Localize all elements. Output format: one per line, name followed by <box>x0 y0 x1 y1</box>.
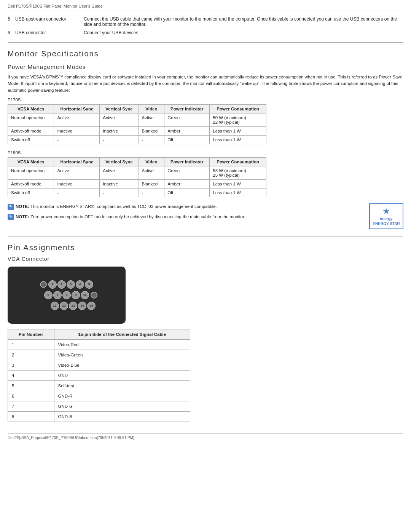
monitor-specs-section: Monitor Specifications Power Management … <box>8 50 403 229</box>
th-vesa-modes-2: VESA Modes <box>8 157 54 166</box>
note-text-1: NOTE: This monitor is ENERGY STAR® -comp… <box>16 203 217 210</box>
pin-table: Pin Number 15-pin Side of the Connected … <box>8 329 190 422</box>
pin-table-row-2: 2 Video-Green <box>8 350 190 360</box>
vga-pin-1: 1 <box>48 280 57 289</box>
p190s-normal-indicator: Green <box>164 166 210 179</box>
vga-pin-3: 3 <box>67 280 75 289</box>
pin-signal-7: GND-G <box>54 401 190 411</box>
vga-pin-12: 12 <box>60 302 68 310</box>
th-power-indicator-2: Power Indicator <box>164 157 210 166</box>
note-text-2: NOTE: Zero power consumption in OFF mode… <box>16 214 245 220</box>
monitor-specs-title: Monitor Specifications <box>8 50 403 58</box>
page-footer-text: file:///S|/SSA_Proposal/P170S_P190S/UG/a… <box>8 436 134 440</box>
pin-table-row-7: 7 GND-G <box>8 401 190 411</box>
pin-table-row-1: 1 Video-Red <box>8 339 190 350</box>
pin-table-th-signal: 15-pin Side of the Connected Signal Cabl… <box>54 329 190 339</box>
notes-area: ✎ NOTE: This monitor is ENERGY STAR® -co… <box>8 203 403 229</box>
vga-connector-title: VGA Connector <box>8 256 403 262</box>
vga-pin-11: 11 <box>51 302 59 310</box>
p170s-switchoff-vsync: - <box>100 135 139 144</box>
p190s-activeoff-vsync: Inactive <box>100 179 139 188</box>
p190s-normal-consumption: 53 W (maximum)25 W (typical) <box>210 166 266 179</box>
p170s-activeoff-consumption: Less than 1 W <box>210 126 266 135</box>
vga-side-dot-right <box>91 292 97 299</box>
p190s-activeoff-hsync: Inactive <box>54 179 100 188</box>
pin-num-8: 8 <box>8 411 54 422</box>
usb-desc-5: Connect the USB cable that came with you… <box>84 16 403 27</box>
p190s-activeoff-consumption: Less than 1 W <box>210 179 266 188</box>
energy-star-badge: ★ energyENERGY STAR <box>369 203 403 229</box>
pin-assignments-section: Pin Assignments VGA Connector 1 2 3 4 5 … <box>8 243 403 422</box>
note-icon-2: ✎ <box>8 214 14 220</box>
p190s-normal-hsync: Active <box>54 166 100 179</box>
pin-table-row-4: 4 GND <box>8 370 190 380</box>
pin-num-6: 6 <box>8 391 54 401</box>
power-intro-text: If you have VESA's DPMS™ compliance disp… <box>8 74 403 94</box>
usb-row-6: 6 USB connector Connect your USB devices… <box>8 30 403 35</box>
pin-num-2: 2 <box>8 350 54 360</box>
usb-num-5: 5 <box>8 16 15 22</box>
vga-pin-5: 5 <box>85 280 93 289</box>
note-block-1: ✎ NOTE: This monitor is ENERGY STAR® -co… <box>8 203 362 210</box>
vga-pin-9: 9 <box>72 291 80 299</box>
pin-signal-8: GND-B <box>54 411 190 422</box>
p190s-activeoff-video: Blanked <box>139 179 164 188</box>
p190s-switchoff-hsync: - <box>54 188 100 197</box>
th-power-indicator-1: Power Indicator <box>164 104 210 113</box>
vga-row-1: 1 2 3 4 5 <box>40 279 93 290</box>
p170s-switchoff-video: - <box>139 135 164 144</box>
p190s-switchoff-indicator: Off <box>164 188 210 197</box>
pin-signal-2: Video-Green <box>54 350 190 360</box>
p170s-header-row: VESA Modes Horizontal Sync Vertical Sync… <box>8 104 266 113</box>
th-v-sync-1: Vertical Sync <box>100 104 139 113</box>
p170s-label: P170S <box>8 97 403 102</box>
p190s-row-switchoff: Switch off - - - Off Less than 1 W <box>8 188 266 197</box>
note-block-2: ✎ NOTE: Zero power consumption in OFF mo… <box>8 214 362 220</box>
page-header-title: Dell P170S/P190S Flat Panel Monitor User… <box>8 4 103 8</box>
section-divider-2 <box>8 236 403 236</box>
p170s-normal-vsync: Active <box>100 113 139 126</box>
p170s-activeoff-indicator: Amber <box>164 126 210 135</box>
th-h-sync-2: Horizontal Sync <box>54 157 100 166</box>
p190s-normal-vsync: Active <box>100 166 139 179</box>
pin-num-3: 3 <box>8 360 54 370</box>
page-header: Dell P170S/P190S Flat Panel Monitor User… <box>8 4 403 11</box>
vga-row-3: 11 12 13 14 15 <box>38 300 96 311</box>
notes-left: ✎ NOTE: This monitor is ENERGY STAR® -co… <box>8 203 362 224</box>
p170s-normal-hsync: Active <box>54 113 100 126</box>
p190s-activeoff-mode: Active-off mode <box>8 179 54 188</box>
power-management-title: Power Management Modes <box>8 64 403 70</box>
p190s-switchoff-vsync: - <box>100 188 139 197</box>
pin-signal-5: Self-test <box>54 380 190 391</box>
note-section-1: ✎ NOTE: This monitor is ENERGY STAR® -co… <box>8 203 403 229</box>
p170s-table: VESA Modes Horizontal Sync Vertical Sync… <box>8 104 266 144</box>
p190s-row-activeoff: Active-off mode Inactive Inactive Blanke… <box>8 179 266 188</box>
pin-assignments-title: Pin Assignments <box>8 243 403 252</box>
p170s-normal-indicator: Green <box>164 113 210 126</box>
vga-diagram: 1 2 3 4 5 6 7 8 9 10 11 12 13 1 <box>8 267 126 324</box>
usb-section: 5 USB upstream connector Connect the USB… <box>8 16 403 35</box>
pin-signal-6: GND-R <box>54 391 190 401</box>
pin-table-row-5: 5 Self-test <box>8 380 190 391</box>
pin-num-4: 4 <box>8 370 54 380</box>
p170s-row-normal: Normal operation Active Active Active Gr… <box>8 113 266 126</box>
usb-label-5: USB upstream connector <box>15 16 84 22</box>
p170s-row-switchoff: Switch off - - - Off Less than 1 W <box>8 135 266 144</box>
usb-desc-6: Connect your USB devices. <box>84 30 403 35</box>
p190s-header-row: VESA Modes Horizontal Sync Vertical Sync… <box>8 157 266 166</box>
p190s-normal-video: Active <box>139 166 164 179</box>
vga-pin-15: 15 <box>87 302 96 310</box>
vga-pins-row-2: 6 7 8 9 10 <box>44 291 89 299</box>
p190s-table: VESA Modes Horizontal Sync Vertical Sync… <box>8 157 266 197</box>
p190s-switchoff-mode: Switch off <box>8 188 54 197</box>
pin-num-1: 1 <box>8 339 54 350</box>
vga-pin-13: 13 <box>69 302 77 310</box>
th-v-sync-2: Vertical Sync <box>100 157 139 166</box>
p170s-activeoff-vsync: Inactive <box>100 126 139 135</box>
pin-num-5: 5 <box>8 380 54 391</box>
vga-pin-8: 8 <box>62 291 71 299</box>
p170s-normal-consumption: 50 W (maximum)22 W (typical) <box>210 113 266 126</box>
th-power-consumption-1: Power Consumption <box>210 104 266 113</box>
note-icon-1: ✎ <box>8 204 14 210</box>
section-divider-1 <box>8 42 403 43</box>
